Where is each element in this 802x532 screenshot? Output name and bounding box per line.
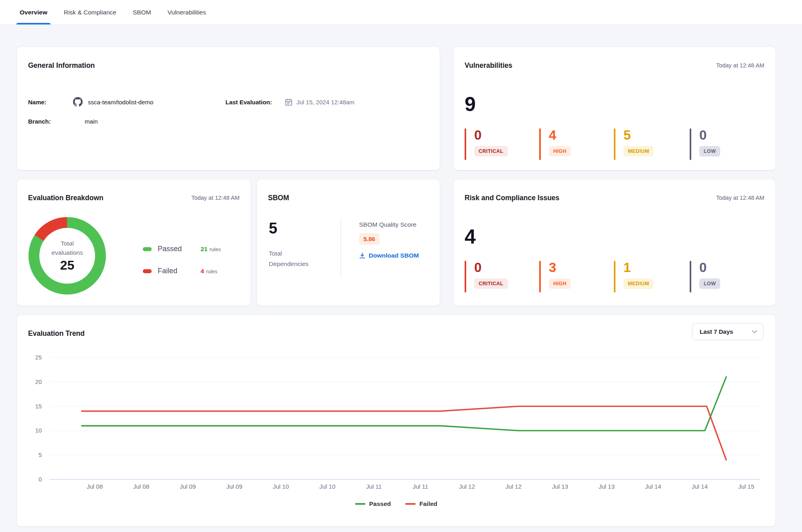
- failed-rules-unit: rules: [206, 268, 217, 274]
- high-count: 3: [549, 261, 556, 275]
- sbom-quality-score-label: SBOM Quality Score: [359, 221, 416, 228]
- critical-count: 0: [474, 128, 481, 142]
- sbom-quality-score-value: 5.86: [359, 233, 380, 245]
- svg-text:Jul 09: Jul 09: [226, 483, 242, 490]
- svg-text:Jul 15: Jul 15: [738, 483, 754, 490]
- severity-bar: [465, 128, 466, 160]
- severity-critical: 0 CRITICAL: [465, 128, 508, 160]
- passed-legend-label: Passed: [158, 245, 182, 253]
- download-sbom-link[interactable]: Download SBOM: [359, 252, 419, 259]
- evaluation-trend-line-chart: 0510152025Jul 08Jul 08Jul 09Jul 09Jul 10…: [22, 353, 768, 493]
- severity-bar: [690, 128, 691, 160]
- severity-low: 0 LOW: [690, 261, 720, 292]
- tab-vulnerabilities[interactable]: Vulnerabilities: [168, 0, 206, 24]
- tab-overview[interactable]: Overview: [20, 0, 47, 24]
- chevron-down-icon: [752, 330, 757, 333]
- last-evaluation-value: Jul 15, 2024 12:48am: [296, 99, 354, 106]
- branch-label: Branch:: [28, 118, 73, 125]
- high-badge: HIGH: [549, 146, 571, 156]
- tab-vulnerabilities-label: Vulnerabilities: [168, 9, 206, 16]
- donut-center-label: Total: [61, 239, 74, 248]
- passed-legend-label: Passed: [369, 500, 391, 508]
- vulnerabilities-title: Vulnerabilities: [465, 61, 512, 70]
- severity-low: 0 LOW: [690, 128, 720, 160]
- svg-text:15: 15: [35, 403, 42, 410]
- critical-count: 0: [474, 261, 481, 275]
- risk-compliance-title: Risk and Compliance Issues: [465, 194, 559, 202]
- severity-medium: 1 MEDIUM: [614, 261, 654, 292]
- severity-bar: [539, 261, 541, 292]
- trend-chart-legend: Passed Failed: [17, 500, 776, 508]
- risk-compliance-total: 4: [465, 227, 476, 247]
- high-count: 4: [549, 128, 556, 142]
- failed-line-swatch: [405, 503, 416, 505]
- legend-item-passed: Passed 21 rules: [143, 245, 235, 253]
- medium-badge: MEDIUM: [623, 278, 654, 289]
- svg-text:Jul 12: Jul 12: [506, 483, 522, 490]
- svg-text:Jul 10: Jul 10: [319, 483, 335, 490]
- severity-bar: [614, 128, 615, 160]
- evaluations-donut-chart: Total evaluations 25: [28, 217, 106, 294]
- severity-high: 3 HIGH: [539, 261, 571, 292]
- svg-text:Jul 11: Jul 11: [413, 483, 428, 490]
- vulnerabilities-card: Vulnerabilities Today at 12:48 AM 9 0 CR…: [453, 47, 776, 170]
- evaluation-trend-title: Evaluation Trend: [28, 329, 85, 338]
- svg-text:Jul 13: Jul 13: [552, 483, 568, 490]
- tab-sbom-label: SBOM: [133, 9, 151, 16]
- medium-badge: MEDIUM: [623, 146, 654, 156]
- severity-high: 4 HIGH: [539, 128, 571, 160]
- failed-legend-swatch: [143, 269, 152, 273]
- top-tab-bar: Overview Risk & Compliance SBOM Vulnerab…: [0, 0, 802, 25]
- medium-count: 5: [623, 128, 631, 142]
- failed-legend-label: Failed: [419, 500, 437, 508]
- download-icon: [359, 252, 365, 259]
- risk-compliance-card: Risk and Compliance Issues Today at 12:4…: [453, 179, 776, 306]
- branch-row: Branch: main: [28, 115, 98, 127]
- vulnerabilities-total: 9: [465, 94, 476, 114]
- time-range-dropdown[interactable]: Last 7 Days: [692, 323, 763, 340]
- tab-risk-compliance-label: Risk & Compliance: [64, 9, 116, 16]
- svg-text:10: 10: [35, 427, 42, 434]
- severity-bar: [465, 261, 466, 292]
- calendar-icon: [285, 98, 292, 106]
- passed-rules-unit: rules: [209, 246, 221, 252]
- legend-item-failed: Failed: [405, 500, 437, 508]
- passed-line-swatch: [355, 503, 365, 505]
- svg-text:Jul 14: Jul 14: [645, 483, 661, 490]
- failed-rules-count: 4: [201, 268, 204, 275]
- donut-center-label: evaluations: [51, 248, 83, 257]
- low-badge: LOW: [699, 278, 720, 289]
- evaluation-breakdown-title: Evaluation Breakdown: [28, 194, 104, 202]
- tab-overview-label: Overview: [20, 9, 47, 16]
- severity-bar: [614, 261, 615, 292]
- evaluation-breakdown-card: Evaluation Breakdown Today at 12:48 AM T…: [17, 179, 251, 306]
- github-icon: [73, 97, 83, 107]
- svg-text:Jul 14: Jul 14: [692, 483, 708, 490]
- low-count: 0: [699, 128, 707, 142]
- critical-badge: CRITICAL: [474, 278, 508, 289]
- svg-text:25: 25: [35, 354, 42, 361]
- tab-sbom[interactable]: SBOM: [133, 0, 151, 24]
- svg-text:20: 20: [35, 379, 42, 385]
- donut-center-value: 25: [60, 258, 75, 273]
- svg-text:Jul 12: Jul 12: [459, 483, 475, 490]
- last-evaluation-label: Last Evaluation:: [225, 99, 285, 106]
- svg-text:0: 0: [39, 476, 42, 483]
- sbom-card: SBOM 5 Total Dependencies SBOM Quality S…: [257, 179, 440, 306]
- legend-item-passed: Passed: [355, 500, 391, 508]
- svg-text:Jul 13: Jul 13: [599, 483, 615, 490]
- severity-critical: 0 CRITICAL: [465, 261, 508, 292]
- svg-text:Jul 08: Jul 08: [133, 483, 149, 490]
- critical-badge: CRITICAL: [474, 146, 508, 156]
- risk-compliance-timestamp: Today at 12:48 AM: [716, 195, 764, 201]
- sbom-title: SBOM: [268, 194, 289, 202]
- low-count: 0: [699, 261, 707, 275]
- general-information-card: General Information Name: ssca-team/todo…: [17, 47, 440, 170]
- low-badge: LOW: [699, 146, 720, 156]
- repo-name-row: Name: ssca-team/todolist-demo: [28, 96, 153, 108]
- tab-risk-compliance[interactable]: Risk & Compliance: [64, 0, 116, 24]
- time-range-value: Last 7 Days: [700, 328, 733, 335]
- name-label: Name:: [28, 99, 73, 106]
- vulnerabilities-timestamp: Today at 12:48 AM: [716, 62, 764, 69]
- svg-text:Jul 09: Jul 09: [180, 483, 196, 490]
